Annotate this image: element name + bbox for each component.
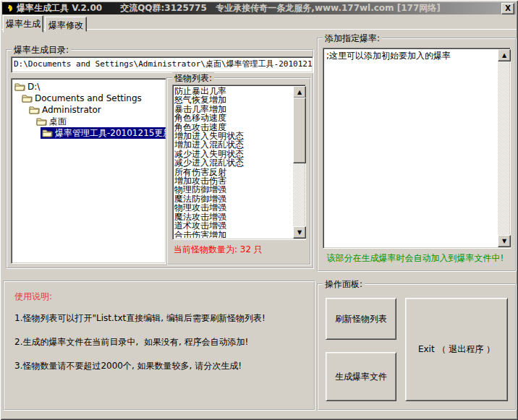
- tree-item[interactable]: Administrator: [12, 104, 166, 116]
- list-item[interactable]: 角色移动速度: [174, 113, 292, 122]
- scroll-down-icon: ▼: [297, 230, 302, 236]
- tree-item[interactable]: 桌面: [12, 116, 166, 127]
- window-title: 爆率生成工具 V.2.00 交流QQ群:3125775 专业承接传奇一条龙服务,…: [17, 2, 501, 14]
- dir-group-label: 爆率生成目录:: [12, 44, 71, 56]
- tab-bar: 爆率生成 爆率修改: [2, 15, 516, 29]
- add-rate-textarea[interactable]: ;这里可以添加初始要加入的爆率 ▲ ▼: [323, 48, 511, 249]
- add-group-label: 添加指定爆率:: [323, 33, 382, 45]
- scrollbar-thumb[interactable]: [293, 98, 306, 163]
- list-item[interactable]: 物理攻击增强: [174, 203, 292, 212]
- instruction-line: 3.怪物数量请不要超过2000个, 如果数量较多, 请分次生成!: [14, 360, 242, 372]
- generate-rate-file-button[interactable]: 生成爆率文件: [326, 352, 396, 401]
- tree-indent: [12, 110, 27, 111]
- monster-count-text: 当前怪物数量为: 32 只: [174, 244, 263, 256]
- list-scrollbar[interactable]: ▲ ▼: [293, 86, 305, 239]
- textarea-scrollbar[interactable]: ▲ ▼: [498, 49, 509, 247]
- list-item[interactable]: 增加进入混乱状态: [174, 140, 292, 149]
- tree-indent: [12, 121, 35, 122]
- scroll-down-button[interactable]: ▼: [293, 226, 306, 239]
- tree-item-label: Administrator: [42, 105, 101, 115]
- monster-group-label: 怪物列表:: [172, 72, 214, 85]
- tab-generate[interactable]: 爆率生成: [3, 15, 43, 33]
- scroll-up-button[interactable]: ▲: [293, 86, 306, 98]
- dir-path-input[interactable]: D:\Documents and Settings\Administrator\…: [11, 56, 313, 73]
- scroll-up-icon: ▲: [297, 90, 302, 95]
- scroll-down-icon: ▼: [502, 239, 506, 244]
- list-item[interactable]: 合击伤害增加: [174, 231, 292, 239]
- refresh-monster-list-button[interactable]: 刷新怪物列表: [326, 298, 396, 340]
- scroll-down-button[interactable]: ▼: [498, 235, 511, 247]
- list-item[interactable]: 减少进入混乱状态: [174, 158, 292, 167]
- directory-tree[interactable]: D:\ Documents and Settings Administrator…: [11, 78, 166, 264]
- tree-item[interactable]: D:\: [12, 81, 166, 93]
- tree-item-label: 桌面: [49, 116, 67, 128]
- instructions-title: 使用说明:: [14, 291, 52, 303]
- monster-listbox[interactable]: 防止暴出几率 怒气恢复增加 暴击几率增加 角色移动速度 角色攻击速度 增加进入失…: [172, 85, 306, 240]
- close-icon: X: [505, 5, 511, 12]
- instruction-line: 2.生成的爆率文件在当前目录中, 如果没有, 程序会自动添加!: [14, 336, 248, 348]
- app-icon: [4, 4, 14, 13]
- list-item[interactable]: 物理防御增强: [174, 185, 292, 194]
- auto-add-note: 该部分在生成爆率时会自动加入到爆率文件中!: [317, 252, 514, 265]
- instruction-line: 1.怪物列表可以打开"List.txt直接编辑, 编辑后需要刷新怪物列表!: [14, 312, 266, 325]
- tree-item-label: Documents and Settings: [35, 93, 142, 103]
- tree-item-selected[interactable]: 爆率管理工具-20101215更新: [12, 127, 166, 139]
- folder-icon: [22, 94, 33, 103]
- list-item[interactable]: 道术攻击增强: [174, 221, 292, 230]
- operations-group-label: 操作面板:: [323, 278, 365, 291]
- tree-item-label: 爆率管理工具-20101215更新: [55, 127, 166, 140]
- list-item[interactable]: 怒气恢复增加: [174, 95, 292, 104]
- scroll-up-button[interactable]: ▲: [498, 49, 511, 61]
- scroll-up-icon: ▲: [502, 53, 506, 59]
- titlebar: 爆率生成工具 V.2.00 交流QQ群:3125775 专业承接传奇一条龙服务,…: [2, 2, 516, 14]
- tree-item-label: D:\: [27, 82, 40, 92]
- folder-icon: [14, 82, 25, 91]
- close-button[interactable]: X: [501, 3, 514, 14]
- tab-modify[interactable]: 爆率修改: [45, 17, 87, 32]
- tree-item[interactable]: Documents and Settings: [12, 93, 166, 104]
- exit-button[interactable]: Exit （ 退出程序 ）: [405, 298, 508, 401]
- folder-icon: [36, 117, 47, 126]
- tree-indent: [12, 98, 20, 99]
- add-rate-text: ;这里可以添加初始要加入的爆率: [326, 51, 496, 61]
- instructions-panel: 使用说明: 1.怪物列表可以打开"List.txt直接编辑, 编辑后需要刷新怪物…: [3, 280, 315, 411]
- folder-icon: [42, 129, 53, 137]
- tree-indent: [12, 133, 41, 134]
- folder-icon: [29, 106, 40, 114]
